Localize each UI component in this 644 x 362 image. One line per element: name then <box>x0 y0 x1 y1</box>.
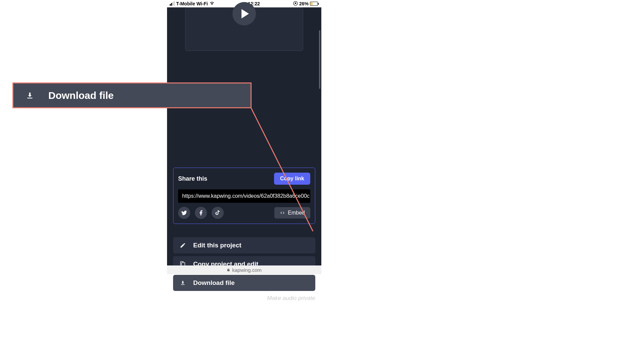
browser-domain: kapwing.com <box>232 267 262 273</box>
tiktok-icon[interactable] <box>212 207 224 219</box>
cellular-signal-icon <box>170 2 175 6</box>
carrier-label: T-Mobile Wi-Fi <box>176 1 208 6</box>
privacy-status: This audio is public <box>184 295 238 302</box>
action-list: Edit this project Copy project and edit … <box>173 237 315 291</box>
pencil-icon <box>180 242 186 248</box>
play-button[interactable] <box>232 2 256 25</box>
embed-button[interactable]: Embed <box>274 207 310 219</box>
share-url-field[interactable]: https://www.kapwing.com/videos/62a0f382b… <box>178 189 310 203</box>
callout-arrow <box>0 0 644 362</box>
facebook-icon[interactable] <box>195 207 207 219</box>
wifi-icon <box>209 1 215 6</box>
scrollbar[interactable] <box>319 30 320 89</box>
download-icon <box>180 280 186 286</box>
play-icon <box>241 9 249 18</box>
twitter-icon[interactable] <box>178 207 190 219</box>
rotation-lock-icon <box>293 1 298 7</box>
make-private-link[interactable]: Make audio private <box>267 295 315 302</box>
privacy-row: This audio is public Make audio private <box>173 295 315 302</box>
lock-icon <box>227 268 230 272</box>
callout-label: Download file <box>48 90 114 101</box>
callout-annotation: Download file <box>12 82 252 108</box>
eye-icon <box>173 296 180 301</box>
battery-percent: 26% <box>299 1 309 6</box>
edit-project-button[interactable]: Edit this project <box>173 237 315 253</box>
download-icon <box>25 91 34 100</box>
share-title: Share this <box>178 175 207 182</box>
copy-link-button[interactable]: Copy link <box>274 173 310 185</box>
phone-screen: T-Mobile Wi-Fi 12:22 26% Share this Copy… <box>167 0 321 274</box>
share-panel: Share this Copy link https://www.kapwing… <box>173 168 315 224</box>
download-file-label: Download file <box>193 279 235 287</box>
edit-project-label: Edit this project <box>193 242 241 249</box>
download-file-button[interactable]: Download file <box>173 275 315 291</box>
video-preview <box>185 7 303 51</box>
code-icon <box>280 210 285 215</box>
battery-icon <box>310 2 319 6</box>
browser-address-bar[interactable]: kapwing.com <box>167 265 321 274</box>
